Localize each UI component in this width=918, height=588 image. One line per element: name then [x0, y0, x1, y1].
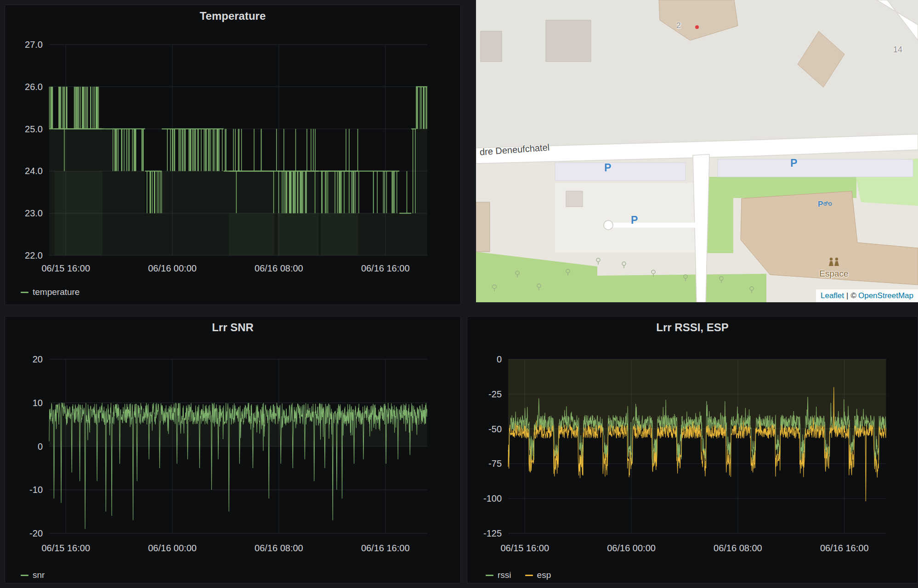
- attribution-separator: |: [846, 291, 848, 300]
- espace-poi: Espace: [806, 257, 861, 279]
- bicycle-parking-icon: P: [818, 200, 833, 208]
- panel-title-snr[interactable]: Lrr SNR: [5, 317, 460, 339]
- legend-temperature: temperature: [21, 287, 79, 297]
- espace-label: Espace: [806, 269, 861, 279]
- y-tick-label: -50: [488, 424, 502, 434]
- y-tick-label: 27.0: [25, 40, 43, 50]
- panel-temperature: Temperature 27.026.025.024.023.022.006/1…: [5, 5, 461, 305]
- y-tick-label: 24.0: [25, 166, 43, 176]
- y-tick-label: -125: [483, 528, 502, 538]
- map[interactable]: dre Deneufchatel 2 14 P P P P Espace: [476, 0, 918, 302]
- legend-label-snr: snr: [33, 570, 45, 580]
- x-tick-label: 06/16 00:00: [148, 263, 197, 273]
- x-tick-label: 06/15 16:00: [41, 543, 90, 553]
- legend-item-rssi[interactable]: rssi: [486, 570, 511, 580]
- y-tick-label: -100: [483, 493, 502, 503]
- x-tick-label: 06/16 16:00: [820, 543, 869, 553]
- snr-chart[interactable]: 20100-10-2006/15 16:0006/16 00:0006/16 0…: [5, 339, 461, 557]
- x-tick-label: 06/16 08:00: [255, 263, 303, 273]
- x-tick-label: 06/16 16:00: [361, 543, 410, 553]
- y-tick-label: 10: [33, 398, 43, 408]
- y-tick-label: 26.0: [25, 82, 43, 92]
- parking-icon: P: [790, 158, 797, 169]
- legend-item-temperature[interactable]: temperature: [21, 287, 79, 297]
- y-tick-label: 23.0: [25, 208, 43, 218]
- x-tick-label: 06/16 00:00: [148, 543, 197, 553]
- series-temperature: [49, 87, 427, 255]
- x-tick-label: 06/15 16:00: [41, 263, 90, 273]
- legend-label-rssi: rssi: [498, 570, 511, 580]
- panel-map: dre Deneufchatel 2 14 P P P P Espace: [476, 0, 918, 302]
- panel-snr: Lrr SNR 20100-10-2006/15 16:0006/16 00:0…: [5, 316, 461, 583]
- y-tick-label: -25: [488, 389, 502, 399]
- legend-rssi-esp: rssi esp: [486, 570, 551, 580]
- legend-snr: snr: [21, 570, 45, 580]
- y-tick-label: -75: [488, 458, 502, 469]
- parking-icon: P: [631, 215, 638, 226]
- legend-label-esp: esp: [537, 570, 551, 580]
- y-tick-label: 0: [38, 441, 43, 452]
- copyright-symbol: ©: [850, 291, 856, 300]
- y-tick-label: -20: [29, 528, 43, 538]
- openstreetmap-link[interactable]: OpenStreetMap: [858, 291, 913, 300]
- panel-rssi-esp: Lrr RSSI, ESP 0-25-50-75-100-12506/15 16…: [467, 316, 918, 583]
- legend-item-esp[interactable]: esp: [525, 570, 551, 580]
- parking-icon: P: [818, 200, 823, 208]
- house-number-2: 2: [676, 21, 680, 30]
- y-tick-label: 25.0: [25, 124, 43, 134]
- legend-label-temperature: temperature: [33, 287, 79, 297]
- x-tick-label: 06/16 16:00: [361, 263, 410, 273]
- panel-title-rssi-esp[interactable]: Lrr RSSI, ESP: [467, 317, 918, 339]
- house-number-14: 14: [893, 45, 902, 55]
- x-tick-label: 06/16 00:00: [607, 543, 656, 553]
- map-attribution: Leaflet|©OpenStreetMap: [816, 289, 918, 302]
- legend-swatch-temperature: [21, 292, 28, 293]
- x-tick-label: 06/16 08:00: [255, 543, 303, 553]
- bicycle-icon: [823, 200, 833, 206]
- legend-swatch-esp: [525, 575, 533, 576]
- legend-item-snr[interactable]: snr: [21, 570, 45, 580]
- rssi-esp-chart[interactable]: 0-25-50-75-100-12506/15 16:0006/16 00:00…: [467, 339, 918, 557]
- x-tick-label: 06/15 16:00: [500, 543, 549, 553]
- legend-swatch-snr: [21, 575, 28, 576]
- temperature-chart[interactable]: 27.026.025.024.023.022.006/15 16:0006/16…: [5, 27, 461, 275]
- y-tick-label: 22.0: [25, 250, 43, 260]
- y-tick-label: -10: [29, 485, 43, 495]
- pedestrian-zone-icon: [827, 257, 841, 266]
- legend-swatch-rssi: [486, 575, 493, 576]
- panel-title-temperature[interactable]: Temperature: [5, 5, 460, 27]
- y-tick-label: 0: [497, 354, 502, 364]
- x-tick-label: 06/16 08:00: [714, 543, 762, 553]
- parking-icon: P: [604, 163, 611, 173]
- y-tick-label: 20: [33, 354, 43, 364]
- map-red-dot: [695, 25, 699, 29]
- leaflet-link[interactable]: Leaflet: [821, 291, 844, 300]
